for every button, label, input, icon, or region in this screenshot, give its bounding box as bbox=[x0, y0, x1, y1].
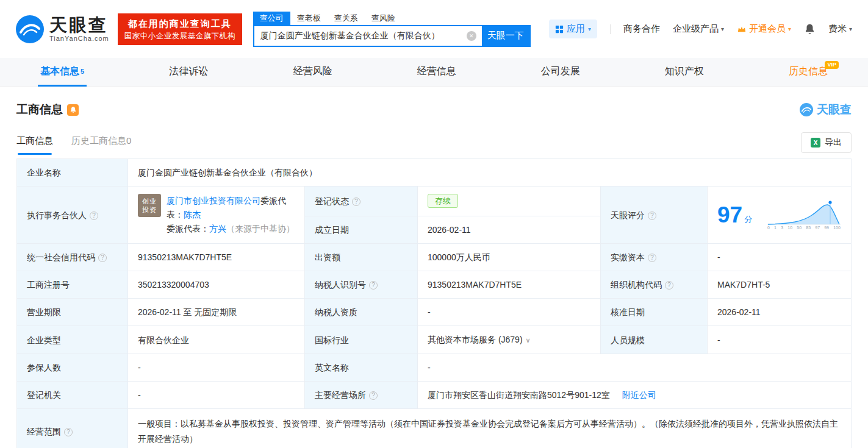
score-unit: 分 bbox=[744, 213, 752, 226]
section-title: 工商信息 bbox=[16, 102, 63, 118]
info-icon[interactable]: ? bbox=[648, 212, 656, 220]
company-section-tabs: 基本信息5 法律诉讼 经营风险 经营信息 公司发展 知识产权 历史信息 VIP bbox=[0, 58, 868, 87]
nav-item-open-vip[interactable]: 开通会员 ▾ bbox=[737, 23, 791, 35]
search-tab-risk[interactable]: 查风险 bbox=[365, 12, 402, 25]
score-display: 97 分 0131050859799100 bbox=[717, 200, 841, 230]
tab-basic-info[interactable]: 基本信息5 bbox=[38, 58, 87, 87]
subtab-history-business-info[interactable]: 历史工商信息0 bbox=[71, 135, 131, 155]
table-row: 企业类型 有限合伙企业 国标行业 其他资本市场服务 (J679)∨ 人员规模 - bbox=[17, 326, 852, 354]
nav-item-cooperation[interactable]: 商务合作 bbox=[623, 23, 660, 35]
table-row: 统一社会信用代码? 91350213MAK7D7HT5E 出资额 100000万… bbox=[17, 244, 852, 271]
top-nav: 应用 ▾ 商务合作 企业级产品 ▾ 开通会员 ▾ 费米 ▾ bbox=[549, 20, 852, 38]
company-type-value: 有限合伙企业 bbox=[128, 326, 305, 354]
monitor-bell-icon[interactable] bbox=[67, 104, 79, 116]
nearby-companies-link[interactable]: 附近公司 bbox=[622, 390, 656, 400]
tab-legal-proceedings[interactable]: 法律诉讼 bbox=[167, 58, 210, 87]
taxpayer-id-label-cell: 纳税人识别号? bbox=[305, 271, 418, 299]
partner-avatar-line1: 创业 bbox=[142, 197, 157, 205]
logo-text: 天眼查 TianYanCha.com bbox=[49, 16, 109, 42]
partner-avatar-line2: 投资 bbox=[142, 205, 157, 214]
company-name-value: 厦门金圆产业链创新基金合伙企业（有限合伙） bbox=[128, 159, 852, 187]
org-code-label-cell: 组织机构代码? bbox=[601, 271, 708, 299]
promo-banner-line1: 都在用的商业查询工具 bbox=[124, 16, 235, 30]
info-icon[interactable]: ? bbox=[369, 391, 378, 400]
info-icon[interactable]: ? bbox=[64, 428, 73, 436]
search-tab-boss[interactable]: 查老板 bbox=[290, 12, 328, 25]
company-type-label: 企业类型 bbox=[17, 326, 128, 354]
reg-status-value-cell: 存续 bbox=[418, 187, 601, 216]
credit-code-label-cell: 统一社会信用代码? bbox=[17, 244, 128, 271]
promo-banner-line2: 国家中小企业发展基金旗下机构 bbox=[124, 30, 235, 42]
score-curve-chart bbox=[767, 200, 841, 226]
reg-status-label: 登记状态 bbox=[315, 196, 349, 206]
excel-icon: X bbox=[811, 138, 820, 148]
info-icon[interactable]: ? bbox=[648, 254, 656, 262]
paid-capital-value: - bbox=[708, 244, 852, 271]
search-tab-relation[interactable]: 查关系 bbox=[328, 12, 365, 25]
business-scope-label-cell: 经营范围? bbox=[17, 409, 128, 448]
staff-size-value: - bbox=[708, 326, 852, 354]
tab-label: 经营信息 bbox=[417, 65, 456, 78]
taxpayer-id-label: 纳税人识别号 bbox=[315, 280, 366, 290]
chevron-down-icon: ▾ bbox=[721, 26, 724, 32]
tab-operating-risk[interactable]: 经营风险 bbox=[290, 58, 334, 87]
search-button[interactable]: 天眼一下 bbox=[482, 26, 529, 46]
reg-number-label: 工商注册号 bbox=[17, 271, 128, 299]
score-label: 天眼评分 bbox=[611, 210, 645, 220]
info-icon[interactable]: ? bbox=[90, 212, 98, 220]
rep2-prefix: 委派代表： bbox=[167, 224, 209, 233]
search-tab-company[interactable]: 查公司 bbox=[253, 12, 290, 25]
chevron-down-icon[interactable]: ∨ bbox=[526, 336, 531, 344]
partner-rep-link[interactable]: 陈杰 bbox=[184, 210, 201, 219]
apps-grid-icon bbox=[555, 25, 564, 34]
subtab-business-info[interactable]: 工商信息 bbox=[16, 135, 53, 155]
partner-rep2-link[interactable]: 方兴 bbox=[209, 224, 226, 233]
approval-date-value: 2026-02-11 bbox=[708, 299, 852, 326]
export-button[interactable]: X 导出 bbox=[801, 132, 852, 153]
partner-label: 执行事务合伙人 bbox=[27, 210, 87, 220]
taxpayer-quality-label: 纳税人资质 bbox=[305, 299, 418, 326]
staff-size-label: 人员规模 bbox=[601, 326, 708, 354]
search-tabs: 查公司 查老板 查关系 查风险 bbox=[253, 12, 531, 25]
tianyancha-watermark: 天眼查 bbox=[800, 102, 852, 118]
search-input[interactable] bbox=[254, 26, 467, 46]
brand-name: 天眼查 bbox=[49, 16, 109, 35]
table-row: 工商注册号 350213320004703 纳税人识别号? 91350213MA… bbox=[17, 271, 852, 299]
tab-intellectual-property[interactable]: 知识产权 bbox=[662, 58, 706, 87]
tianyancha-logo-icon bbox=[16, 15, 44, 43]
clear-search-icon[interactable]: ✕ bbox=[467, 31, 476, 41]
address-value: 厦门市翔安区香山街道翔安南路5012号901-12室 bbox=[428, 390, 610, 400]
brand-domain: TianYanCha.com bbox=[49, 35, 109, 42]
reg-authority-value: - bbox=[128, 382, 305, 409]
taxpayer-id-value: 91350213MAK7D7HT5E bbox=[418, 271, 601, 299]
industry-value: 其他资本市场服务 (J679) bbox=[428, 335, 523, 344]
nav-item-enterprise[interactable]: 企业级产品 ▾ bbox=[673, 23, 724, 35]
apps-menu-label: 应用 bbox=[567, 23, 585, 35]
score-label-cell: 天眼评分? bbox=[601, 187, 708, 244]
tab-company-development[interactable]: 公司发展 bbox=[539, 58, 583, 87]
info-icon[interactable]: ? bbox=[98, 254, 107, 262]
apps-menu-button[interactable]: 应用 ▾ bbox=[549, 20, 597, 38]
reg-authority-label: 登记机关 bbox=[17, 382, 128, 409]
address-value-cell: 厦门市翔安区香山街道翔安南路5012号901-12室 附近公司 bbox=[418, 382, 852, 409]
tab-operating-info[interactable]: 经营信息 bbox=[415, 58, 459, 87]
info-icon[interactable]: ? bbox=[665, 281, 673, 290]
search-area: 查公司 查老板 查关系 查风险 ✕ 天眼一下 bbox=[253, 12, 531, 47]
tianyancha-logo[interactable]: 天眼查 TianYanCha.com bbox=[16, 15, 109, 43]
english-name-label: 英文名称 bbox=[305, 354, 418, 382]
nav-user-label: 费米 bbox=[828, 23, 847, 35]
industry-value-cell: 其他资本市场服务 (J679)∨ bbox=[418, 326, 601, 354]
info-icon[interactable]: ? bbox=[352, 197, 360, 206]
credit-code-label: 统一社会信用代码 bbox=[27, 252, 95, 262]
business-scope-value: 一般项目：以私募基金从事股权投资、投资管理、资产管理等活动（须在中国证券投资基金… bbox=[128, 409, 852, 448]
nav-item-user[interactable]: 费米 ▾ bbox=[828, 23, 852, 35]
establish-date-label: 成立日期 bbox=[305, 216, 418, 243]
score-chart: 0131050859799100 bbox=[767, 200, 841, 230]
notification-bell-icon[interactable] bbox=[804, 23, 816, 35]
vip-badge: VIP bbox=[825, 61, 839, 69]
partner-company-link[interactable]: 厦门市创业投资有限公司 bbox=[167, 196, 260, 205]
tab-history-info[interactable]: 历史信息 VIP bbox=[786, 58, 830, 87]
chevron-down-icon: ▾ bbox=[849, 26, 852, 32]
table-row: 登记机关 - 主要经营场所? 厦门市翔安区香山街道翔安南路5012号901-12… bbox=[17, 382, 852, 409]
info-icon[interactable]: ? bbox=[369, 281, 378, 290]
